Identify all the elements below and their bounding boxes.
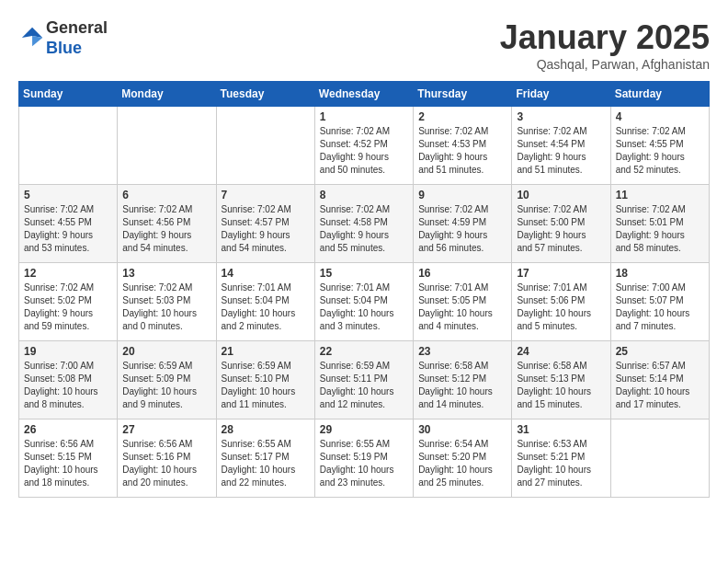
day-info: Sunrise: 7:01 AM Sunset: 5:04 PM Dayligh… [222, 282, 310, 333]
day-info: Sunrise: 7:02 AM Sunset: 4:52 PM Dayligh… [320, 125, 408, 177]
calendar-cell [118, 107, 216, 185]
day-info: Sunrise: 7:02 AM Sunset: 4:55 PM Dayligh… [24, 203, 112, 255]
day-info: Sunrise: 6:55 AM Sunset: 5:19 PM Dayligh… [320, 438, 408, 489]
weekday-header-thursday: Thursday [414, 82, 512, 107]
calendar-table: SundayMondayTuesdayWednesdayThursdayFrid… [18, 81, 710, 498]
day-number: 4 [616, 110, 704, 123]
logo-icon [20, 24, 46, 50]
calendar-week-row: 19Sunrise: 7:00 AM Sunset: 5:08 PM Dayli… [19, 341, 710, 419]
calendar-week-row: 5Sunrise: 7:02 AM Sunset: 4:55 PM Daylig… [19, 185, 710, 263]
logo-blue-text: Blue [46, 39, 82, 57]
day-info: Sunrise: 7:02 AM Sunset: 5:02 PM Dayligh… [24, 282, 112, 333]
day-number: 14 [222, 267, 310, 280]
weekday-header-monday: Monday [118, 82, 216, 107]
calendar-week-row: 12Sunrise: 7:02 AM Sunset: 5:02 PM Dayli… [19, 263, 710, 341]
day-info: Sunrise: 6:58 AM Sunset: 5:12 PM Dayligh… [418, 360, 506, 411]
calendar-cell: 12Sunrise: 7:02 AM Sunset: 5:02 PM Dayli… [19, 263, 118, 341]
day-info: Sunrise: 7:02 AM Sunset: 4:54 PM Dayligh… [517, 125, 605, 177]
calendar-cell: 19Sunrise: 7:00 AM Sunset: 5:08 PM Dayli… [19, 341, 118, 419]
day-number: 30 [418, 423, 506, 436]
calendar-subtitle: Qashqal, Parwan, Afghanistan [500, 57, 710, 72]
day-number: 6 [122, 189, 210, 201]
calendar-header: SundayMondayTuesdayWednesdayThursdayFrid… [19, 82, 710, 107]
day-info: Sunrise: 6:58 AM Sunset: 5:13 PM Dayligh… [517, 360, 605, 411]
title-block: January 2025 Qashqal, Parwan, Afghanista… [500, 18, 710, 72]
day-info: Sunrise: 7:02 AM Sunset: 4:59 PM Dayligh… [418, 203, 506, 255]
day-number: 21 [222, 345, 310, 358]
calendar-cell: 23Sunrise: 6:58 AM Sunset: 5:12 PM Dayli… [414, 341, 512, 419]
day-number: 15 [320, 267, 408, 280]
calendar-cell: 13Sunrise: 7:02 AM Sunset: 5:03 PM Dayli… [118, 263, 216, 341]
weekday-header-friday: Friday [512, 82, 610, 107]
calendar-cell: 1Sunrise: 7:02 AM Sunset: 4:52 PM Daylig… [314, 107, 413, 185]
calendar-cell: 17Sunrise: 7:01 AM Sunset: 5:06 PM Dayli… [512, 263, 610, 341]
day-info: Sunrise: 6:54 AM Sunset: 5:20 PM Dayligh… [418, 438, 506, 489]
calendar-cell: 22Sunrise: 6:59 AM Sunset: 5:11 PM Dayli… [314, 341, 413, 419]
day-number: 23 [418, 345, 506, 358]
calendar-cell: 25Sunrise: 6:57 AM Sunset: 5:14 PM Dayli… [610, 341, 709, 419]
day-info: Sunrise: 7:02 AM Sunset: 4:56 PM Dayligh… [122, 203, 210, 255]
weekday-row: SundayMondayTuesdayWednesdayThursdayFrid… [19, 82, 710, 107]
day-number: 13 [122, 267, 210, 280]
day-number: 26 [24, 423, 112, 436]
calendar-cell: 9Sunrise: 7:02 AM Sunset: 4:59 PM Daylig… [414, 185, 512, 263]
day-number: 22 [320, 345, 408, 358]
calendar-body: 1Sunrise: 7:02 AM Sunset: 4:52 PM Daylig… [19, 107, 710, 498]
day-number: 10 [517, 189, 605, 201]
calendar-cell: 21Sunrise: 6:59 AM Sunset: 5:10 PM Dayli… [216, 341, 314, 419]
day-info: Sunrise: 6:59 AM Sunset: 5:10 PM Dayligh… [222, 360, 310, 411]
day-info: Sunrise: 7:02 AM Sunset: 4:57 PM Dayligh… [222, 203, 310, 255]
day-info: Sunrise: 6:59 AM Sunset: 5:11 PM Dayligh… [320, 360, 408, 411]
calendar-cell: 2Sunrise: 7:02 AM Sunset: 4:53 PM Daylig… [414, 107, 512, 185]
day-number: 28 [222, 423, 310, 436]
day-number: 24 [517, 345, 605, 358]
calendar-cell: 4Sunrise: 7:02 AM Sunset: 4:55 PM Daylig… [610, 107, 709, 185]
day-number: 11 [616, 189, 704, 201]
day-number: 31 [517, 423, 605, 436]
day-number: 3 [517, 110, 605, 123]
day-number: 17 [517, 267, 605, 280]
day-number: 9 [418, 189, 506, 201]
calendar-cell: 16Sunrise: 7:01 AM Sunset: 5:05 PM Dayli… [414, 263, 512, 341]
day-info: Sunrise: 6:55 AM Sunset: 5:17 PM Dayligh… [222, 438, 310, 489]
logo-general-text: General [46, 18, 108, 37]
logo: General Blue [18, 18, 108, 58]
calendar-cell: 3Sunrise: 7:02 AM Sunset: 4:54 PM Daylig… [512, 107, 610, 185]
day-number: 29 [320, 423, 408, 436]
day-info: Sunrise: 7:00 AM Sunset: 5:07 PM Dayligh… [616, 282, 704, 333]
calendar-cell: 24Sunrise: 6:58 AM Sunset: 5:13 PM Dayli… [512, 341, 610, 419]
calendar-cell [216, 107, 314, 185]
calendar-cell: 15Sunrise: 7:01 AM Sunset: 5:04 PM Dayli… [314, 263, 413, 341]
calendar-title: January 2025 [500, 18, 710, 57]
calendar-cell: 11Sunrise: 7:02 AM Sunset: 5:01 PM Dayli… [610, 185, 709, 263]
svg-marker-1 [32, 36, 42, 46]
day-info: Sunrise: 7:02 AM Sunset: 5:01 PM Dayligh… [616, 203, 704, 255]
day-info: Sunrise: 7:02 AM Sunset: 5:03 PM Dayligh… [122, 282, 210, 333]
day-number: 18 [616, 267, 704, 280]
day-info: Sunrise: 6:56 AM Sunset: 5:16 PM Dayligh… [122, 438, 210, 489]
day-number: 5 [24, 189, 112, 201]
day-info: Sunrise: 7:00 AM Sunset: 5:08 PM Dayligh… [24, 360, 112, 411]
calendar-cell [610, 419, 709, 498]
calendar-cell: 30Sunrise: 6:54 AM Sunset: 5:20 PM Dayli… [414, 419, 512, 498]
calendar-cell: 20Sunrise: 6:59 AM Sunset: 5:09 PM Dayli… [118, 341, 216, 419]
day-number: 1 [320, 110, 408, 123]
calendar-cell: 26Sunrise: 6:56 AM Sunset: 5:15 PM Dayli… [19, 419, 118, 498]
calendar-week-row: 1Sunrise: 7:02 AM Sunset: 4:52 PM Daylig… [19, 107, 710, 185]
day-info: Sunrise: 6:59 AM Sunset: 5:09 PM Dayligh… [122, 360, 210, 411]
weekday-header-wednesday: Wednesday [314, 82, 413, 107]
calendar-week-row: 26Sunrise: 6:56 AM Sunset: 5:15 PM Dayli… [19, 419, 710, 498]
calendar-cell: 18Sunrise: 7:00 AM Sunset: 5:07 PM Dayli… [610, 263, 709, 341]
weekday-header-tuesday: Tuesday [216, 82, 314, 107]
day-number: 19 [24, 345, 112, 358]
day-number: 2 [418, 110, 506, 123]
calendar-cell [19, 107, 118, 185]
day-info: Sunrise: 7:02 AM Sunset: 4:55 PM Dayligh… [616, 125, 704, 177]
day-number: 27 [122, 423, 210, 436]
calendar-cell: 8Sunrise: 7:02 AM Sunset: 4:58 PM Daylig… [314, 185, 413, 263]
day-info: Sunrise: 6:53 AM Sunset: 5:21 PM Dayligh… [517, 438, 605, 489]
day-info: Sunrise: 6:57 AM Sunset: 5:14 PM Dayligh… [616, 360, 704, 411]
calendar-cell: 7Sunrise: 7:02 AM Sunset: 4:57 PM Daylig… [216, 185, 314, 263]
calendar-cell: 31Sunrise: 6:53 AM Sunset: 5:21 PM Dayli… [512, 419, 610, 498]
day-info: Sunrise: 7:02 AM Sunset: 5:00 PM Dayligh… [517, 203, 605, 255]
